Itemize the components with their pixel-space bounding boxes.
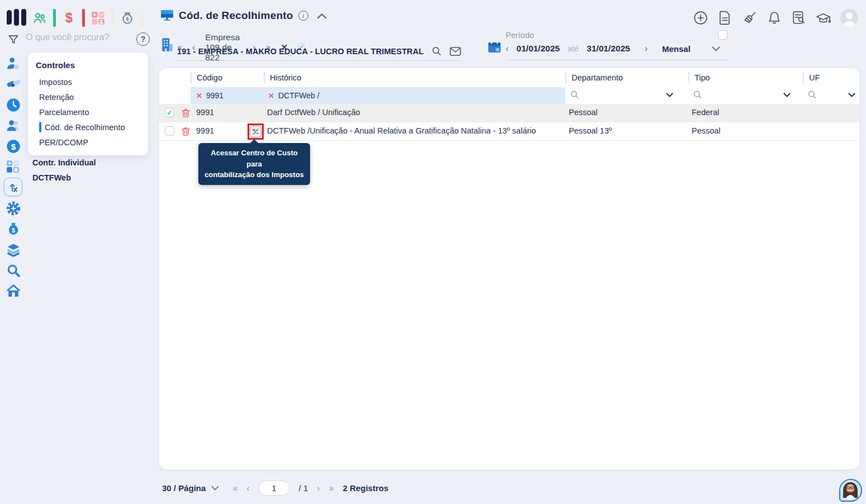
table-row[interactable]: ✓ 9991 Darf DctfWeb / Unificação Pessoal… bbox=[159, 104, 859, 122]
user-avatar[interactable] bbox=[840, 9, 858, 27]
cell-historico: DCTFWeb /Unificação - Anual Relativa a G… bbox=[267, 126, 536, 135]
monitor-icon bbox=[160, 9, 174, 22]
sidebar-item-handshake-icon[interactable] bbox=[6, 77, 21, 92]
sidebar-item-moneybag-icon[interactable]: $ bbox=[6, 221, 21, 237]
pagination-bar: 30 / Página « ‹ / 1 › » 2 Registros bbox=[162, 481, 388, 496]
sidebar-item-layers-icon[interactable] bbox=[6, 242, 21, 258]
menu-item-cod-recolhimento[interactable]: Cód. de Recolhimento bbox=[28, 120, 148, 135]
table-row[interactable]: 9991 DCTFWeb /Unificação - Anual Relativ… bbox=[159, 122, 859, 141]
moneybag-module-icon[interactable]: $ bbox=[120, 11, 135, 26]
cell-tipo: Federal bbox=[692, 108, 719, 117]
svg-text:$: $ bbox=[12, 227, 15, 234]
page-number-input[interactable] bbox=[259, 481, 290, 496]
cell-codigo: 9991 bbox=[196, 126, 214, 135]
menu-section-contr-individual[interactable]: Contr. Individual bbox=[32, 158, 96, 167]
filter-codigo-value: 9991 bbox=[206, 91, 223, 100]
menu-section-dctfweb[interactable]: DCTFWeb bbox=[32, 173, 96, 182]
menu-item-impostos[interactable]: Impostos bbox=[28, 74, 148, 89]
column-header-uf[interactable]: UF bbox=[803, 72, 820, 83]
people-module-icon[interactable] bbox=[32, 11, 47, 26]
page-header: Cód. de Recolhimento i bbox=[160, 9, 327, 22]
menu-item-parcelamento[interactable]: Parcelamento bbox=[28, 104, 148, 120]
period-end-date[interactable]: 31/01/2025 bbox=[587, 44, 630, 54]
filter-uf-search-icon[interactable] bbox=[807, 90, 817, 99]
beige-divider-bar-2 bbox=[140, 9, 143, 27]
menu-item-retencao[interactable]: Retenção bbox=[28, 89, 148, 104]
svg-text:$: $ bbox=[126, 16, 129, 22]
education-cap-icon[interactable] bbox=[816, 11, 831, 26]
delete-row-trash-icon[interactable] bbox=[180, 107, 192, 118]
table-header-row: Código Histórico Departamento Tipo UF bbox=[159, 68, 859, 87]
page-size-label: 30 / Página bbox=[162, 483, 206, 493]
column-header-tipo[interactable]: Tipo bbox=[688, 72, 710, 83]
filter-historico[interactable]: ✕ DCTFWeb / bbox=[268, 87, 320, 104]
sidebar-item-user-settings-icon[interactable] bbox=[6, 56, 21, 72]
sidebar-item-home-icon[interactable] bbox=[6, 283, 21, 299]
pagination-first-button[interactable]: « bbox=[232, 483, 237, 493]
column-header-historico[interactable]: Histórico bbox=[264, 72, 301, 83]
page-size-chevron-down-icon bbox=[211, 486, 219, 491]
sidebar-item-people-icon[interactable] bbox=[6, 118, 21, 134]
centro-de-custo-tooltip: Acessar Centro de Custo para contabiliza… bbox=[198, 143, 310, 185]
period-prev-button[interactable]: ‹ bbox=[506, 44, 508, 53]
collapse-chevron-up-icon[interactable] bbox=[317, 13, 327, 19]
sidebar-item-gear-icon[interactable] bbox=[6, 201, 21, 216]
controles-menu-panel: Controles Impostos Retenção Parcelamento… bbox=[28, 53, 148, 155]
cell-tipo: Pessoal bbox=[692, 126, 721, 135]
period-next-button[interactable]: › bbox=[645, 44, 648, 53]
menu-section-title: Controles bbox=[28, 57, 148, 74]
centro-de-custo-icon[interactable] bbox=[250, 126, 261, 137]
menu-item-per-dcomp[interactable]: PER/DCOMP bbox=[28, 135, 148, 150]
calculator-module-icon[interactable] bbox=[91, 11, 106, 26]
company-mail-icon[interactable] bbox=[450, 47, 461, 56]
svg-text:$: $ bbox=[11, 142, 16, 151]
pagination-next-button[interactable]: › bbox=[317, 483, 320, 493]
filter-departamento-chevron-down-icon[interactable] bbox=[666, 93, 673, 97]
company-search-icon[interactable] bbox=[431, 46, 442, 56]
page-size-select[interactable]: 30 / Página bbox=[162, 483, 219, 493]
sidebar-item-dollar-icon[interactable]: $ bbox=[6, 139, 21, 154]
column-header-codigo[interactable]: Código bbox=[191, 72, 222, 83]
column-header-departamento[interactable]: Departamento bbox=[565, 72, 623, 83]
page-total-label: / 1 bbox=[299, 483, 308, 493]
info-icon[interactable]: i bbox=[298, 11, 308, 21]
search-input[interactable] bbox=[26, 32, 126, 42]
period-checkbox[interactable] bbox=[718, 30, 727, 40]
filter-tipo-chevron-down-icon[interactable] bbox=[783, 93, 791, 97]
period-mode-select[interactable]: Mensal bbox=[662, 44, 691, 54]
dollar-module-icon[interactable]: $ bbox=[61, 11, 77, 26]
audit-log-icon[interactable] bbox=[791, 11, 806, 26]
period-start-date[interactable]: 01/01/2025 bbox=[516, 44, 560, 54]
row-checkbox-unchecked[interactable] bbox=[165, 126, 174, 136]
sidebar-item-calculator-icon[interactable] bbox=[6, 159, 21, 175]
row-checkbox-checked[interactable]: ✓ bbox=[165, 108, 174, 117]
support-chat-avatar[interactable] bbox=[839, 479, 862, 502]
filter-funnel-icon[interactable] bbox=[7, 34, 20, 46]
company-underline bbox=[177, 60, 459, 61]
clear-filter-historico-icon[interactable]: ✕ bbox=[268, 92, 274, 100]
help-icon[interactable]: ? bbox=[136, 32, 150, 46]
makro-logo bbox=[7, 9, 26, 26]
beige-divider-bar-1 bbox=[111, 9, 114, 27]
company-name: 191 - EMPRESA - MAKRO EDUCA - LUCRO REAL… bbox=[177, 47, 431, 56]
cell-codigo: 9991 bbox=[196, 108, 214, 117]
filter-codigo[interactable]: ✕ 9991 bbox=[196, 87, 223, 104]
clear-filter-codigo-icon[interactable]: ✕ bbox=[196, 92, 202, 100]
period-underline bbox=[506, 60, 729, 60]
filter-tipo-search-icon[interactable] bbox=[693, 90, 702, 99]
document-icon[interactable] bbox=[717, 11, 732, 26]
sidebar-item-clock-icon[interactable] bbox=[6, 97, 21, 113]
add-icon[interactable] bbox=[693, 11, 708, 26]
filter-uf-chevron-down-icon[interactable] bbox=[848, 93, 855, 97]
pagination-last-button[interactable]: » bbox=[329, 483, 334, 493]
broom-icon[interactable] bbox=[742, 11, 757, 26]
notifications-bell-icon[interactable] bbox=[767, 11, 782, 26]
red-divider-bar bbox=[82, 9, 85, 27]
sidebar-item-taxes-active[interactable] bbox=[4, 178, 22, 196]
delete-row-trash-icon[interactable] bbox=[180, 126, 192, 137]
sidebar-item-search-icon[interactable] bbox=[6, 263, 21, 278]
pagination-prev-button[interactable]: ‹ bbox=[246, 483, 249, 493]
period-mode-chevron-down-icon[interactable] bbox=[712, 46, 720, 51]
period-label: Período bbox=[506, 31, 534, 40]
filter-departamento-search-icon[interactable] bbox=[570, 90, 579, 99]
